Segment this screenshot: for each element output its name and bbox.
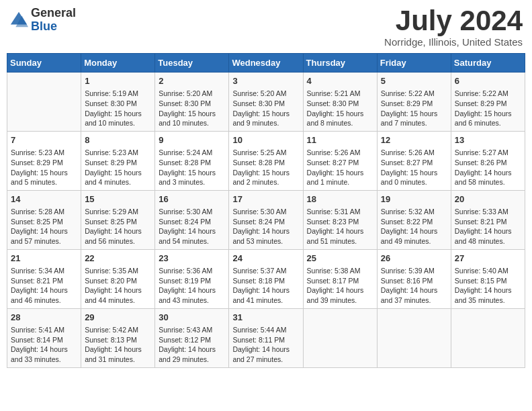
calendar-cell: 27Sunrise: 5:40 AMSunset: 8:15 PMDayligh… [451, 249, 525, 308]
day-detail: Sunrise: 5:44 AMSunset: 8:11 PMDaylight:… [232, 325, 299, 365]
day-number: 15 [85, 193, 151, 205]
title-section: July 2024 Norridge, Illinois, United Sta… [384, 7, 523, 48]
day-of-week-header: Wednesday [229, 54, 303, 73]
calendar-cell: 11Sunrise: 5:26 AMSunset: 8:27 PMDayligh… [303, 131, 377, 190]
calendar-cell: 7Sunrise: 5:23 AMSunset: 8:29 PMDaylight… [7, 131, 81, 190]
day-number: 8 [85, 134, 151, 146]
day-number: 9 [159, 134, 225, 146]
calendar-cell: 6Sunrise: 5:22 AMSunset: 8:29 PMDaylight… [451, 73, 525, 132]
logo-text: General Blue [31, 7, 76, 34]
day-detail: Sunrise: 5:38 AMSunset: 8:17 PMDaylight:… [307, 266, 373, 306]
day-detail: Sunrise: 5:25 AMSunset: 8:28 PMDaylight:… [232, 148, 299, 187]
month-title: July 2024 [384, 7, 523, 35]
calendar-cell: 30Sunrise: 5:43 AMSunset: 8:12 PMDayligh… [155, 308, 229, 367]
day-of-week-header: Saturday [451, 54, 525, 73]
calendar-cell: 4Sunrise: 5:21 AMSunset: 8:30 PMDaylight… [303, 73, 377, 132]
logo-icon [9, 11, 28, 30]
day-number: 13 [455, 134, 521, 146]
day-number: 22 [85, 253, 151, 265]
day-detail: Sunrise: 5:36 AMSunset: 8:19 PMDaylight:… [159, 266, 225, 306]
calendar-cell: 19Sunrise: 5:32 AMSunset: 8:22 PMDayligh… [377, 190, 451, 249]
calendar-cell: 3Sunrise: 5:20 AMSunset: 8:30 PMDaylight… [229, 73, 303, 132]
day-number: 4 [307, 75, 373, 87]
day-number: 7 [11, 134, 77, 146]
logo-general: General [31, 7, 76, 20]
calendar-cell: 5Sunrise: 5:22 AMSunset: 8:29 PMDaylight… [377, 73, 451, 132]
calendar-week-row: 7Sunrise: 5:23 AMSunset: 8:29 PMDaylight… [7, 131, 525, 190]
day-detail: Sunrise: 5:22 AMSunset: 8:29 PMDaylight:… [381, 89, 447, 128]
day-detail: Sunrise: 5:21 AMSunset: 8:30 PMDaylight:… [307, 89, 373, 128]
day-number: 30 [159, 312, 225, 324]
day-detail: Sunrise: 5:30 AMSunset: 8:24 PMDaylight:… [159, 207, 225, 246]
day-detail: Sunrise: 5:23 AMSunset: 8:29 PMDaylight:… [11, 148, 77, 187]
day-number: 3 [232, 75, 299, 87]
day-detail: Sunrise: 5:26 AMSunset: 8:27 PMDaylight:… [307, 148, 373, 187]
day-number: 2 [159, 75, 225, 87]
calendar-cell: 18Sunrise: 5:31 AMSunset: 8:23 PMDayligh… [303, 190, 377, 249]
day-number: 18 [307, 193, 373, 205]
day-detail: Sunrise: 5:28 AMSunset: 8:25 PMDaylight:… [11, 207, 77, 246]
day-detail: Sunrise: 5:43 AMSunset: 8:12 PMDaylight:… [159, 325, 225, 365]
day-number: 14 [11, 193, 77, 205]
day-number: 23 [159, 253, 225, 265]
calendar-cell: 17Sunrise: 5:30 AMSunset: 8:24 PMDayligh… [229, 190, 303, 249]
day-number: 28 [11, 312, 77, 324]
day-number: 10 [232, 134, 299, 146]
day-number: 26 [381, 253, 447, 265]
calendar-cell: 31Sunrise: 5:44 AMSunset: 8:11 PMDayligh… [229, 308, 303, 367]
day-detail: Sunrise: 5:31 AMSunset: 8:23 PMDaylight:… [307, 207, 373, 246]
day-number: 11 [307, 134, 373, 146]
calendar-cell: 24Sunrise: 5:37 AMSunset: 8:18 PMDayligh… [229, 249, 303, 308]
calendar-cell: 14Sunrise: 5:28 AMSunset: 8:25 PMDayligh… [7, 190, 81, 249]
day-detail: Sunrise: 5:29 AMSunset: 8:25 PMDaylight:… [85, 207, 151, 246]
calendar-cell: 22Sunrise: 5:35 AMSunset: 8:20 PMDayligh… [81, 249, 155, 308]
day-number: 1 [85, 75, 151, 87]
day-number: 31 [232, 312, 299, 324]
calendar-cell: 25Sunrise: 5:38 AMSunset: 8:17 PMDayligh… [303, 249, 377, 308]
day-detail: Sunrise: 5:19 AMSunset: 8:30 PMDaylight:… [85, 89, 151, 128]
calendar-cell: 28Sunrise: 5:41 AMSunset: 8:14 PMDayligh… [7, 308, 81, 367]
day-detail: Sunrise: 5:20 AMSunset: 8:30 PMDaylight:… [232, 89, 299, 128]
day-detail: Sunrise: 5:26 AMSunset: 8:27 PMDaylight:… [381, 148, 447, 187]
logo-blue: Blue [31, 20, 76, 34]
calendar-week-row: 28Sunrise: 5:41 AMSunset: 8:14 PMDayligh… [7, 308, 525, 367]
day-detail: Sunrise: 5:32 AMSunset: 8:22 PMDaylight:… [381, 207, 447, 246]
day-detail: Sunrise: 5:22 AMSunset: 8:29 PMDaylight:… [455, 89, 521, 128]
day-number: 25 [307, 253, 373, 265]
day-detail: Sunrise: 5:24 AMSunset: 8:28 PMDaylight:… [159, 148, 225, 187]
calendar-header-row: SundayMondayTuesdayWednesdayThursdayFrid… [7, 54, 525, 73]
calendar-cell: 26Sunrise: 5:39 AMSunset: 8:16 PMDayligh… [377, 249, 451, 308]
day-number: 17 [232, 193, 299, 205]
day-detail: Sunrise: 5:40 AMSunset: 8:15 PMDaylight:… [455, 266, 521, 306]
day-number: 16 [159, 193, 225, 205]
day-detail: Sunrise: 5:35 AMSunset: 8:20 PMDaylight:… [85, 266, 151, 306]
calendar-cell [303, 308, 377, 367]
day-detail: Sunrise: 5:27 AMSunset: 8:26 PMDaylight:… [455, 148, 521, 187]
logo: General Blue [9, 7, 76, 34]
day-number: 12 [381, 134, 447, 146]
day-number: 6 [455, 75, 521, 87]
day-number: 29 [85, 312, 151, 324]
day-number: 19 [381, 193, 447, 205]
calendar-cell: 21Sunrise: 5:34 AMSunset: 8:21 PMDayligh… [7, 249, 81, 308]
calendar-cell [7, 73, 81, 132]
calendar-week-row: 21Sunrise: 5:34 AMSunset: 8:21 PMDayligh… [7, 249, 525, 308]
calendar-table: SundayMondayTuesdayWednesdayThursdayFrid… [7, 53, 525, 368]
day-detail: Sunrise: 5:42 AMSunset: 8:13 PMDaylight:… [85, 325, 151, 365]
calendar-cell: 12Sunrise: 5:26 AMSunset: 8:27 PMDayligh… [377, 131, 451, 190]
calendar-cell: 23Sunrise: 5:36 AMSunset: 8:19 PMDayligh… [155, 249, 229, 308]
calendar-cell: 20Sunrise: 5:33 AMSunset: 8:21 PMDayligh… [451, 190, 525, 249]
calendar-cell: 15Sunrise: 5:29 AMSunset: 8:25 PMDayligh… [81, 190, 155, 249]
day-of-week-header: Friday [377, 54, 451, 73]
page-header: General Blue July 2024 Norridge, Illinoi… [7, 7, 525, 48]
day-number: 21 [11, 253, 77, 265]
day-of-week-header: Monday [81, 54, 155, 73]
day-detail: Sunrise: 5:41 AMSunset: 8:14 PMDaylight:… [11, 325, 77, 365]
calendar-cell [377, 308, 451, 367]
calendar-cell: 13Sunrise: 5:27 AMSunset: 8:26 PMDayligh… [451, 131, 525, 190]
day-number: 20 [455, 193, 521, 205]
day-of-week-header: Sunday [7, 54, 81, 73]
day-number: 24 [232, 253, 299, 265]
calendar-cell: 16Sunrise: 5:30 AMSunset: 8:24 PMDayligh… [155, 190, 229, 249]
calendar-cell: 9Sunrise: 5:24 AMSunset: 8:28 PMDaylight… [155, 131, 229, 190]
